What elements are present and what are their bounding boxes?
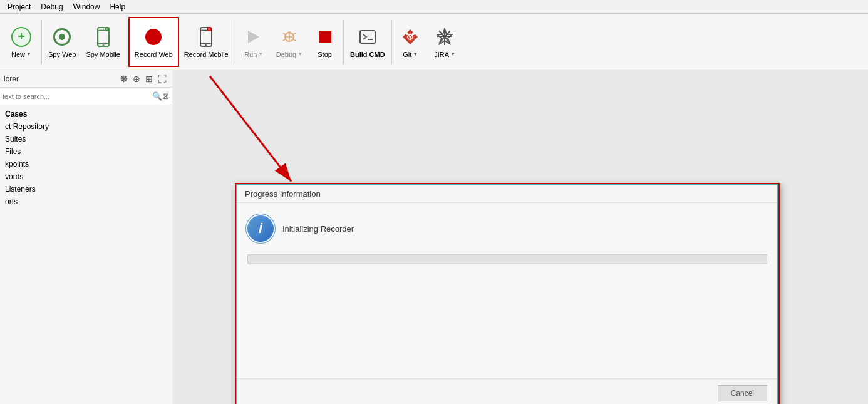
explorer-title: lorer bbox=[4, 75, 19, 83]
jira-dropdown-arrow[interactable]: ▼ bbox=[450, 51, 455, 57]
new-icon: + bbox=[10, 26, 33, 48]
record-web-label: Record Web bbox=[135, 51, 173, 58]
record-mobile-icon bbox=[195, 26, 217, 48]
debug-dropdown-arrow[interactable]: ▼ bbox=[297, 51, 302, 57]
git-label: Git bbox=[403, 51, 411, 58]
git-button[interactable]: Git ▼ bbox=[393, 17, 428, 67]
explorer-header: lorer ❋ ⊕ ⊞ ⛶ bbox=[0, 70, 172, 88]
record-web-button[interactable]: Record Web bbox=[128, 17, 179, 67]
svg-rect-21 bbox=[360, 31, 375, 43]
main-area: lorer ❋ ⊕ ⊞ ⛶ 🔍 ⊠ Cases ct Repository Su… bbox=[0, 70, 868, 404]
stop-label: Stop bbox=[318, 51, 332, 58]
search-options-icon[interactable]: ⊠ bbox=[162, 91, 169, 101]
info-icon: i bbox=[247, 215, 274, 242]
record-mobile-button[interactable]: Record Mobile bbox=[179, 17, 234, 67]
run-button[interactable]: Run ▼ bbox=[237, 17, 271, 67]
nav-item-repository[interactable]: ct Repository bbox=[0, 120, 172, 133]
nav-item-files[interactable]: Files bbox=[0, 145, 172, 158]
dialog-inner: Progress Information i Initializing Reco… bbox=[236, 184, 778, 404]
progress-dialog: Progress Information i Initializing Reco… bbox=[235, 183, 780, 404]
dialog-body: i Initializing Recorder bbox=[237, 203, 777, 378]
sep-3 bbox=[235, 20, 235, 64]
jira-icon bbox=[433, 26, 456, 48]
workspace: Progress Information i Initializing Reco… bbox=[172, 70, 868, 404]
spy-web-label: Spy Web bbox=[48, 51, 76, 58]
explorer-icons: ❋ ⊕ ⊞ ⛶ bbox=[119, 73, 168, 85]
menu-bar: Project Debug Window Help bbox=[0, 0, 868, 14]
left-panel: lorer ❋ ⊕ ⊞ ⛶ 🔍 ⊠ Cases ct Repository Su… bbox=[0, 70, 172, 404]
nav-item-reports[interactable]: orts bbox=[0, 195, 172, 208]
search-bar: 🔍 ⊠ bbox=[0, 88, 172, 105]
debug-button[interactable]: Debug ▼ bbox=[271, 17, 307, 67]
build-icon bbox=[356, 26, 379, 48]
nav-item-suites[interactable]: Suites bbox=[0, 133, 172, 145]
stop-icon bbox=[314, 26, 336, 48]
spy-web-button[interactable]: Spy Web bbox=[43, 17, 81, 67]
svg-point-12 bbox=[208, 28, 210, 30]
record-mobile-label: Record Mobile bbox=[184, 51, 229, 58]
build-cmd-label: Build CMD bbox=[350, 51, 385, 58]
sep-1 bbox=[41, 20, 42, 64]
new-label: New bbox=[11, 51, 25, 58]
dialog-footer: Cancel bbox=[237, 378, 777, 404]
progress-bar-container bbox=[247, 254, 767, 264]
stop-button[interactable]: Stop bbox=[307, 17, 342, 67]
sep-5 bbox=[391, 20, 392, 64]
new-button[interactable]: + New ▼ bbox=[3, 17, 40, 67]
jira-label: JIRA bbox=[434, 51, 449, 58]
sync-icon[interactable]: ⊕ bbox=[132, 73, 142, 85]
menu-window[interactable]: Window bbox=[68, 1, 105, 13]
spy-web-icon bbox=[51, 26, 73, 48]
spy-mobile-button[interactable]: Spy Mobile bbox=[81, 17, 125, 67]
debug-label: Debug bbox=[276, 51, 296, 58]
menu-help[interactable]: Help bbox=[105, 1, 130, 13]
build-cmd-button[interactable]: Build CMD bbox=[345, 17, 390, 67]
svg-point-6 bbox=[105, 28, 108, 30]
toolbar: + New ▼ Spy Web bbox=[0, 14, 868, 70]
expand-icon[interactable]: ⊞ bbox=[144, 73, 154, 85]
nav-tree: Cases ct Repository Suites Files kpoints… bbox=[0, 105, 172, 404]
cancel-button[interactable]: Cancel bbox=[718, 385, 767, 401]
nav-item-listeners[interactable]: Listeners bbox=[0, 183, 172, 195]
git-icon bbox=[399, 26, 421, 48]
run-dropdown-arrow[interactable]: ▼ bbox=[258, 51, 263, 57]
new-dropdown-arrow[interactable]: ▼ bbox=[26, 51, 31, 57]
sep-4 bbox=[343, 20, 344, 64]
menu-project[interactable]: Project bbox=[3, 1, 36, 13]
collapse-all-icon[interactable]: ❋ bbox=[119, 73, 129, 85]
sep-2 bbox=[127, 20, 127, 64]
search-submit-icon[interactable]: 🔍 bbox=[152, 91, 162, 101]
menu-debug[interactable]: Debug bbox=[36, 1, 68, 13]
dialog-info-row: i Initializing Recorder bbox=[247, 215, 767, 242]
nav-item-cases[interactable]: Cases bbox=[0, 108, 172, 120]
spy-mobile-label: Spy Mobile bbox=[86, 51, 120, 58]
search-input[interactable] bbox=[3, 93, 152, 100]
svg-line-34 bbox=[210, 76, 291, 182]
git-dropdown-arrow[interactable]: ▼ bbox=[413, 51, 418, 57]
dialog-message: Initializing Recorder bbox=[282, 224, 354, 234]
dialog-title: Progress Information bbox=[237, 185, 777, 203]
svg-point-20 bbox=[288, 31, 291, 34]
jira-button[interactable]: JIRA ▼ bbox=[428, 17, 462, 67]
nav-item-keywords[interactable]: vords bbox=[0, 170, 172, 183]
run-icon bbox=[242, 26, 265, 48]
debug-icon bbox=[278, 26, 301, 48]
svg-point-3 bbox=[102, 44, 104, 46]
nav-item-checkpoints[interactable]: kpoints bbox=[0, 158, 172, 170]
spy-mobile-icon bbox=[92, 26, 115, 48]
svg-point-10 bbox=[205, 44, 207, 46]
svg-point-4 bbox=[103, 28, 104, 29]
run-label: Run bbox=[244, 51, 257, 58]
fullscreen-icon[interactable]: ⛶ bbox=[157, 73, 168, 85]
record-web-icon bbox=[142, 26, 165, 48]
